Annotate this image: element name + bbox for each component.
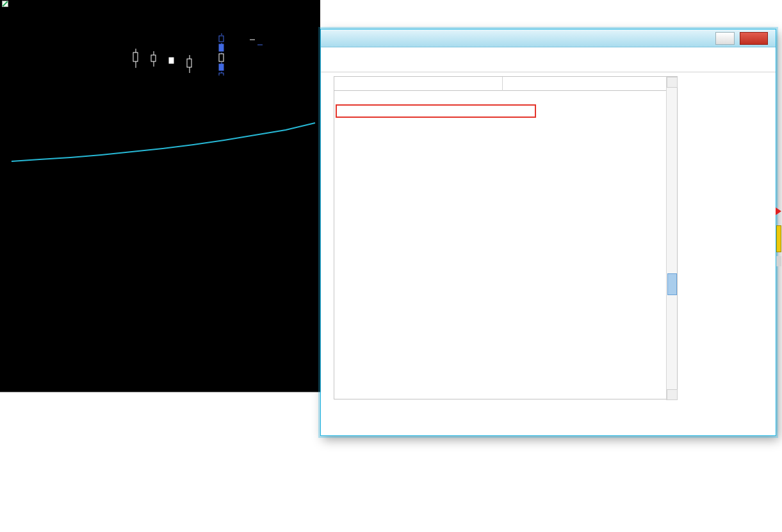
chart-area [0,0,320,392]
time-axis [0,392,320,405]
chart-icon [2,1,8,7]
scroll-thumb[interactable] [667,273,677,295]
tab-underline [321,72,776,72]
price-marker-red-icon [776,207,781,215]
param-table [334,76,678,399]
scroll-marker-gray [776,256,781,266]
column-separator [502,77,503,91]
scroll-down-icon[interactable] [667,389,678,400]
scroll-up-icon[interactable] [667,77,678,88]
expert-dialog [320,29,776,436]
chart-window-title [2,1,11,7]
mtcommander-panel [5,76,319,213]
mt4-terminal-window [0,0,782,532]
equity-curve [9,105,316,169]
param-table-header [334,77,677,91]
close-button[interactable] [740,32,768,45]
param-rows [334,91,667,400]
param-scrollbar[interactable] [666,77,677,400]
help-button[interactable] [715,32,735,45]
dialog-titlebar[interactable] [321,29,776,47]
scroll-marker-yellow [776,225,781,252]
